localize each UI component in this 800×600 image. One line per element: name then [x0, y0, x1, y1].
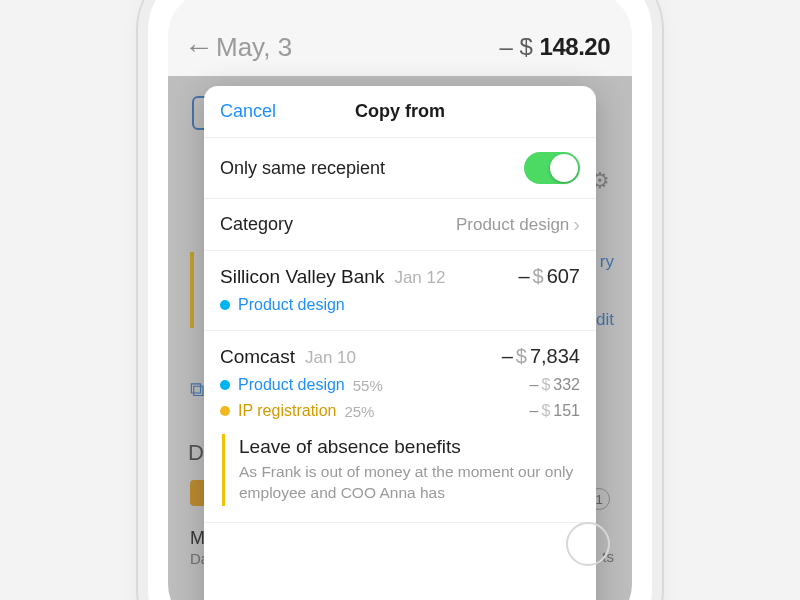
- note-body: As Frank is out of money at the moment o…: [239, 462, 578, 504]
- note-title: Leave of absence benefits: [239, 436, 578, 458]
- transaction-tag: Product design 55% –$332: [220, 376, 580, 394]
- transaction-note: Leave of absence benefits As Frank is ou…: [222, 434, 578, 506]
- tag-amount: –$332: [529, 376, 580, 394]
- modal-title: Copy from: [220, 101, 580, 122]
- transaction-row[interactable]: Comcast Jan 10 –$7,834 Product design 55…: [204, 331, 596, 523]
- transaction-date: Jan 12: [394, 268, 445, 288]
- tag-dot-icon: [220, 380, 230, 390]
- tag-name: Product design: [238, 376, 345, 394]
- tag-amount: –$151: [529, 402, 580, 420]
- tag-name: Product design: [238, 296, 345, 314]
- modal-header: Cancel Copy from: [204, 86, 596, 138]
- only-same-label: Only same recepient: [220, 158, 524, 179]
- transaction-tag: Product design: [220, 296, 580, 314]
- nav-amount: – $ 148.20: [500, 33, 610, 61]
- tag-dot-icon: [220, 406, 230, 416]
- tag-dot-icon: [220, 300, 230, 310]
- transaction-amount: –$7,834: [502, 345, 580, 368]
- category-value: Product design: [456, 215, 569, 235]
- back-icon[interactable]: ←: [184, 30, 208, 64]
- tag-percent: 25%: [344, 403, 374, 420]
- nav-date: May, 3: [216, 32, 500, 63]
- category-row[interactable]: Category Product design ›: [204, 199, 596, 251]
- transaction-vendor: Comcast: [220, 346, 295, 368]
- transaction-list: Sillicon Valley Bank Jan 12 –$607 Produc…: [204, 251, 596, 600]
- only-same-recipient-row[interactable]: Only same recepient: [204, 138, 596, 199]
- only-same-toggle[interactable]: [524, 152, 580, 184]
- transaction-vendor: Sillicon Valley Bank: [220, 266, 384, 288]
- chevron-right-icon: ›: [573, 213, 580, 236]
- nav-bar: ← May, 3 – $ 148.20: [168, 0, 632, 76]
- copy-from-modal: Cancel Copy from Only same recepient Cat…: [204, 86, 596, 600]
- category-label: Category: [220, 214, 456, 235]
- transaction-row[interactable]: Sillicon Valley Bank Jan 12 –$607 Produc…: [204, 251, 596, 331]
- transaction-tag: IP registration 25% –$151: [220, 402, 580, 420]
- tag-percent: 55%: [353, 377, 383, 394]
- transaction-date: Jan 10: [305, 348, 356, 368]
- transaction-amount: –$607: [518, 265, 580, 288]
- touch-indicator: [566, 522, 610, 566]
- tag-name: IP registration: [238, 402, 336, 420]
